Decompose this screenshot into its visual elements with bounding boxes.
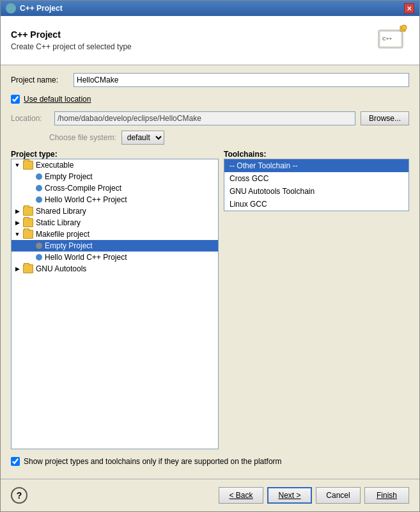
use-default-location-row: Use default location: [11, 95, 409, 104]
folder-icon-makefile-project: [23, 230, 33, 239]
title-bar: C++ Project ✕: [1, 1, 419, 16]
tree-item-hello-world-2[interactable]: Hello World C++ Project: [12, 252, 218, 263]
header-text: C++ Project Create C++ project of select…: [11, 29, 132, 51]
folder-icon-gnu-autotools: [23, 264, 33, 273]
tree-item-hello-world-1[interactable]: Hello World C++ Project: [12, 194, 218, 205]
toolchains-list[interactable]: -- Other Toolchain --Cross GCCGNU Autoto…: [224, 159, 409, 211]
nav-buttons: < Back Next > Cancel Finish: [219, 487, 409, 504]
tree-item-gnu-autotools[interactable]: ▶GNU Autotools: [12, 263, 218, 275]
dot-icon-empty-project-1: [36, 173, 42, 180]
help-button[interactable]: ?: [11, 487, 27, 504]
use-default-checkbox[interactable]: [11, 95, 20, 104]
back-button[interactable]: < Back: [219, 487, 263, 504]
filesystem-select[interactable]: default: [121, 131, 164, 145]
tree-item-executable[interactable]: ▼Executable: [12, 159, 218, 171]
location-label: Location:: [11, 114, 49, 123]
platform-filter-row: Show project types and toolchains only i…: [11, 457, 409, 466]
folder-icon-executable: [23, 161, 33, 170]
platform-filter-checkbox[interactable]: [11, 457, 20, 466]
header-area: C++ Project Create C++ project of select…: [1, 16, 419, 65]
folder-icon-shared-library: [23, 207, 33, 216]
header-subtitle: Create C++ project of selected type: [11, 42, 132, 51]
filesystem-label: Choose file system:: [49, 133, 116, 142]
header-icon: C++: [376, 24, 409, 57]
location-input[interactable]: [54, 111, 355, 125]
platform-filter-label: Show project types and toolchains only i…: [24, 457, 282, 466]
content-area: Project name: Use default location Locat…: [1, 65, 419, 476]
close-button[interactable]: ✕: [404, 3, 414, 13]
title-bar-left: C++ Project: [6, 3, 63, 13]
finish-button[interactable]: Finish: [364, 487, 409, 504]
toolchain-item-gnu-autotools-tc[interactable]: GNU Autotools Toolchain: [224, 185, 408, 198]
next-button[interactable]: Next >: [267, 487, 312, 504]
panels-row: Project type: ▼ExecutableEmpty ProjectCr…: [11, 150, 409, 449]
svg-text:C++: C++: [382, 36, 392, 42]
tree-label-static-library: Static Library: [36, 218, 81, 227]
collapse-icon-gnu-autotools[interactable]: ▶: [14, 266, 20, 272]
button-separator: [1, 479, 419, 479]
button-row: ? < Back Next > Cancel Finish: [1, 482, 419, 511]
collapse-icon-executable[interactable]: ▼: [14, 162, 20, 168]
main-window: C++ Project ✕ C++ Project Create C++ pro…: [0, 0, 420, 512]
project-name-label: Project name:: [11, 76, 68, 84]
project-type-label: Project type:: [11, 150, 219, 159]
location-row: Location: Browse...: [11, 111, 409, 125]
toolchain-item-cross-gcc[interactable]: Cross GCC: [224, 172, 408, 185]
header-title: C++ Project: [11, 29, 132, 40]
folder-icon-static-library: [23, 218, 33, 227]
use-default-label: Use default location: [24, 95, 91, 104]
toolchains-section: Toolchains: -- Other Toolchain --Cross G…: [224, 150, 409, 449]
dot-icon-cross-compile: [36, 185, 42, 191]
browse-button[interactable]: Browse...: [361, 111, 409, 125]
tree-label-cross-compile: Cross-Compile Project: [45, 184, 121, 193]
tree-label-shared-library: Shared Library: [36, 207, 86, 216]
svg-point-4: [401, 25, 407, 30]
toolchain-item-other-toolchain[interactable]: -- Other Toolchain --: [224, 159, 408, 172]
collapse-icon-makefile-project[interactable]: ▼: [14, 231, 20, 237]
tree-item-shared-library[interactable]: ▶Shared Library: [12, 205, 218, 217]
tree-item-cross-compile[interactable]: Cross-Compile Project: [12, 182, 218, 194]
tree-label-executable: Executable: [36, 161, 74, 170]
tree-item-empty-project-2[interactable]: Empty Project: [12, 240, 218, 252]
tree-label-hello-world-1: Hello World C++ Project: [45, 195, 127, 204]
project-name-input[interactable]: [74, 73, 409, 87]
tree-label-empty-project-2: Empty Project: [45, 241, 93, 250]
tree-item-makefile-project[interactable]: ▼Makefile project: [12, 228, 218, 240]
window-icon: [6, 3, 16, 13]
project-type-section: Project type: ▼ExecutableEmpty ProjectCr…: [11, 150, 219, 449]
filesystem-row: Choose file system: default: [49, 131, 409, 145]
tree-label-gnu-autotools: GNU Autotools: [36, 264, 86, 273]
collapse-icon-static-library[interactable]: ▶: [14, 220, 20, 226]
collapse-icon-shared-library[interactable]: ▶: [14, 208, 20, 214]
tree-item-empty-project-1[interactable]: Empty Project: [12, 171, 218, 182]
toolchain-item-linux-gcc[interactable]: Linux GCC: [224, 198, 408, 211]
dot-icon-hello-world-1: [36, 196, 42, 203]
tree-label-empty-project-1: Empty Project: [45, 172, 93, 181]
cancel-button[interactable]: Cancel: [316, 487, 361, 504]
window-title: C++ Project: [20, 4, 63, 13]
tree-label-hello-world-2: Hello World C++ Project: [45, 253, 127, 262]
dot-icon-hello-world-2: [36, 254, 42, 260]
dot-icon-empty-project-2: [36, 243, 42, 249]
project-name-row: Project name:: [11, 73, 409, 87]
tree-label-makefile-project: Makefile project: [36, 230, 89, 239]
tree-item-static-library[interactable]: ▶Static Library: [12, 217, 218, 228]
project-type-tree[interactable]: ▼ExecutableEmpty ProjectCross-Compile Pr…: [11, 159, 219, 449]
toolchains-label: Toolchains:: [224, 150, 409, 159]
